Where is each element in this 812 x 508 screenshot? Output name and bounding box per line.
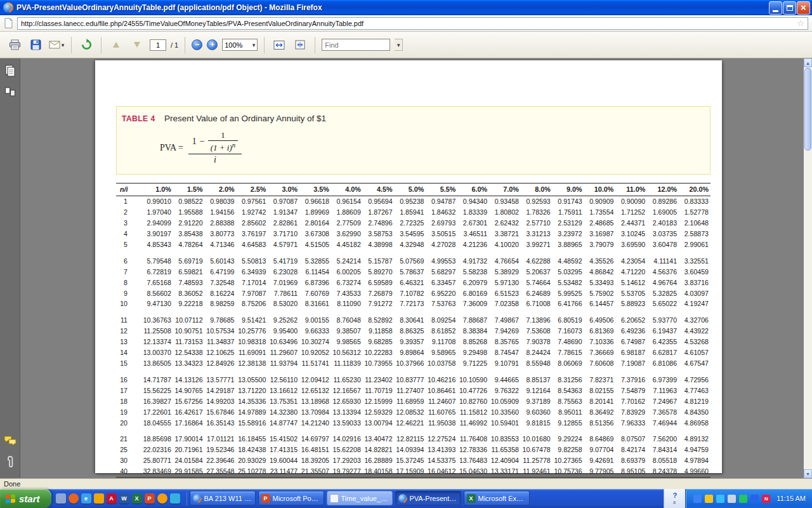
factor-cell: 5.15787 (363, 250, 395, 267)
factor-cell: 27.35548 (205, 466, 237, 477)
factor-cell: 4.77463 (679, 385, 710, 396)
print-button[interactable] (6, 36, 23, 54)
factor-cell: 17.90014 (173, 428, 205, 444)
network-status-icon[interactable] (693, 495, 702, 503)
factor-cell: 0.90909 (584, 196, 616, 207)
table-row: 98.566028.360528.162247.970877.786117.60… (116, 288, 710, 299)
period-cell: 11 (116, 309, 141, 326)
factor-cell: 15.67256 (173, 396, 205, 407)
start-button[interactable]: start (0, 489, 51, 508)
factor-cell: 15.58916 (236, 418, 268, 429)
taskbar-extras[interactable]: ? » (664, 489, 685, 508)
outlook-mail-icon[interactable] (94, 493, 104, 504)
factor-cell: 16.35143 (205, 418, 237, 429)
scroll-up-icon[interactable]: ▲ (804, 58, 812, 67)
bookmark-star-icon[interactable]: ☆ (797, 18, 804, 28)
word-icon[interactable]: W (119, 493, 129, 504)
messenger-tray-icon[interactable] (716, 495, 724, 503)
zoom-level-select[interactable]: 100% ▾ (222, 39, 258, 51)
scroll-down-icon[interactable]: ▼ (804, 469, 812, 478)
factor-cell: 11.29607 (268, 347, 299, 358)
factor-cell: 4.19247 (679, 298, 710, 309)
volume-icon[interactable] (728, 495, 736, 503)
messenger-icon[interactable] (170, 493, 180, 504)
period-cell: 5 (116, 239, 141, 250)
task-button-excel[interactable]: XMicrosoft Excel - r... (464, 491, 530, 505)
factor-cell: 7.70162 (615, 396, 647, 407)
refresh-icon (81, 39, 93, 51)
task-button-firefox[interactable]: PVA-PresentValue... (395, 491, 461, 505)
factor-cell: 2.10648 (679, 218, 710, 229)
acrobat-icon[interactable]: A (107, 493, 117, 504)
factor-cell: 6.00205 (331, 267, 363, 277)
refresh-view-button[interactable] (78, 36, 95, 54)
attachments-panel-icon[interactable] (6, 455, 15, 469)
factor-cell: 7.56200 (647, 428, 679, 444)
factor-cell: 8.51356 (584, 418, 616, 429)
factor-cell: 14.21240 (299, 418, 331, 429)
factor-cell: 9.78685 (205, 309, 237, 326)
scrollbar-thumb[interactable] (804, 68, 811, 150)
taskbar-divider (186, 491, 187, 505)
table-row: 2118.8569817.9001417.0112116.1845515.415… (116, 428, 710, 444)
save-button[interactable] (27, 36, 44, 54)
internet-explorer-icon[interactable]: e (81, 493, 91, 504)
firefox-icon[interactable] (69, 493, 79, 504)
factor-cell: 14.97889 (236, 407, 268, 418)
chevron-icon[interactable]: » (672, 500, 678, 504)
task-button-firefox[interactable]: BA 213 W11 (Pasc... (190, 491, 256, 505)
factor-cell: 0.95238 (395, 196, 426, 207)
find-options-button[interactable]: ▾ (395, 39, 403, 51)
factor-cell: 4.57971 (268, 239, 299, 250)
excel-icon[interactable]: X (132, 493, 142, 504)
fit-width-button[interactable] (271, 36, 287, 54)
vertical-scrollbar[interactable]: ▲ ▼ (804, 58, 812, 478)
page-number-input[interactable] (150, 39, 166, 51)
email-button[interactable]: ▾ (48, 36, 65, 54)
pages-panel-icon[interactable] (4, 65, 16, 77)
powerpoint-icon[interactable]: P (145, 493, 155, 504)
maximize-button[interactable] (783, 1, 796, 15)
restore-icon (787, 5, 793, 11)
factor-cell: 0.96618 (299, 196, 331, 207)
fit-page-button[interactable] (292, 36, 308, 54)
previous-page-button[interactable] (108, 36, 124, 54)
factor-cell: 7.49867 (489, 309, 521, 326)
factor-cell: 10.37966 (395, 358, 426, 369)
factor-cell: 10.46216 (426, 369, 457, 385)
factor-cell: 8.76048 (331, 309, 363, 326)
windows-update-shield-icon[interactable] (705, 495, 713, 503)
close-button[interactable]: × (797, 1, 810, 15)
find-input[interactable] (322, 39, 390, 51)
factor-cell: 13.16612 (268, 385, 299, 396)
formula-outer-fraction: 1 − 1 (1 + i)n i (188, 130, 242, 165)
help-icon[interactable]: ? (672, 492, 677, 499)
norton-icon[interactable]: N (762, 495, 770, 503)
factor-cell: 5.32855 (299, 250, 331, 267)
media-player-icon[interactable] (157, 493, 167, 504)
table-row: 54.853434.782644.713464.645834.579714.51… (116, 239, 710, 250)
factor-cell: 4.43922 (679, 326, 710, 337)
factor-cell: 10.25776 (236, 326, 268, 337)
comments-panel-icon[interactable] (4, 435, 16, 446)
bookmarks-panel-icon[interactable] (4, 86, 16, 98)
period-cell: 15 (116, 358, 141, 369)
antivirus-icon[interactable] (750, 495, 759, 503)
toolbar-separator (101, 37, 102, 53)
url-input[interactable]: http://classes.lanecc.edu/file.php/24555… (17, 17, 808, 30)
next-page-button[interactable] (129, 36, 145, 54)
factor-cell: 4.64583 (236, 239, 268, 250)
task-button-document[interactable]: Time_value_of_mo... (327, 491, 393, 505)
table-row: 109.471309.222188.982598.752068.530208.3… (116, 298, 710, 309)
zoom-in-button[interactable]: + (207, 39, 218, 50)
display-settings-icon[interactable] (739, 495, 747, 503)
factor-cell: 12.16567 (331, 385, 363, 396)
factor-cell: 17.01121 (205, 428, 237, 444)
task-button-powerpoint[interactable]: PMicrosoft PowerPo... (258, 491, 324, 505)
minimize-button[interactable] (769, 1, 782, 15)
zoom-out-button[interactable]: − (192, 39, 202, 50)
factor-cell: 4.48592 (553, 250, 584, 267)
show-desktop-icon[interactable] (56, 493, 66, 504)
minimize-icon (773, 10, 778, 12)
windows-logo-icon (6, 494, 15, 503)
